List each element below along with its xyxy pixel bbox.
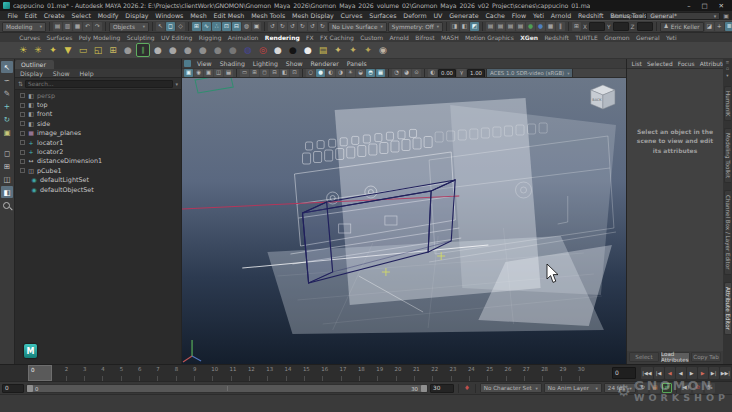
open-scene-icon[interactable]: ▥ ▾ xyxy=(63,22,72,31)
menu-item[interactable]: Mesh Display xyxy=(289,12,338,19)
attribute-editor-menu-item[interactable]: Focus xyxy=(675,61,697,67)
close-button[interactable]: ✕ xyxy=(719,2,724,10)
timeline-frame-tick[interactable]: 13 xyxy=(266,365,284,381)
shelf-tab[interactable]: Surfaces xyxy=(43,34,75,41)
wireframe-on-shaded-icon[interactable]: ◑ ▾ xyxy=(336,69,345,77)
shelf-tab[interactable]: MASH xyxy=(438,34,462,41)
snapshot-icon[interactable]: ◪ ▾ xyxy=(705,22,714,31)
textured-icon[interactable]: ◐ ▾ xyxy=(326,69,335,77)
two-pane-layout-button[interactable]: ◫ xyxy=(1,173,13,185)
surface-shader-icon[interactable]: ● xyxy=(226,43,240,57)
paint-select-tool[interactable]: ✎ xyxy=(1,87,13,99)
spot-light-icon[interactable]: ▼ xyxy=(61,43,75,57)
menu-item[interactable]: Mesh xyxy=(187,12,210,19)
timeline-frame-tick[interactable]: 26 xyxy=(505,365,523,381)
timeline-frame-tick[interactable]: 6 xyxy=(138,365,156,381)
snap-to-grid-icon[interactable]: ⊞ ▾ xyxy=(192,22,201,31)
evaluation-mode-icon[interactable]: ↻ ▾ xyxy=(318,22,327,31)
timeline-frame-tick[interactable]: 27 xyxy=(523,365,541,381)
attribute-editor-button[interactable]: Select xyxy=(629,352,659,362)
attribute-editor-button[interactable]: Copy Tab xyxy=(691,352,721,362)
timeline-frame-tick[interactable]: 19 xyxy=(376,365,394,381)
outliner-item[interactable]: ◧ persp xyxy=(15,91,181,100)
x-coordinate-field[interactable]: ▾ xyxy=(589,22,605,31)
no-keys-icon[interactable]: ⊘ xyxy=(693,383,703,393)
attribute-editor-button[interactable]: Load Attributes xyxy=(660,352,690,362)
outliner-menu-item[interactable]: Display xyxy=(15,70,48,77)
gate-mask-icon[interactable]: ◧ ▾ xyxy=(280,69,289,77)
outliner-menu-item[interactable]: Show xyxy=(48,70,75,77)
playblast-icon[interactable]: ▤ xyxy=(650,383,660,393)
select-tool[interactable]: ↖ xyxy=(1,61,13,73)
step-forward-frame-button[interactable]: ▶| xyxy=(709,367,719,379)
viewport-menu-item[interactable]: Show xyxy=(282,60,307,67)
sidebar-tab[interactable]: HumanIK xyxy=(724,86,731,122)
timeline-frame-tick[interactable]: 5 xyxy=(120,365,138,381)
step-back-frame-button[interactable]: |◀ xyxy=(654,367,664,379)
menu-item[interactable]: Modify xyxy=(94,12,122,19)
character-set-dropdown[interactable]: No Character Set▾ xyxy=(480,383,542,393)
anim-layer-dropdown[interactable]: No Anim Layer▾ xyxy=(544,383,602,393)
menu-item[interactable]: Flow xyxy=(508,12,529,19)
ai-standard-surface-icon[interactable]: ● xyxy=(271,43,285,57)
lambert-shader-icon[interactable]: ● xyxy=(166,43,180,57)
undo-icon[interactable]: ↶ ▾ xyxy=(83,22,92,31)
use-all-lights-icon[interactable]: ☀ ▾ xyxy=(346,69,355,77)
menu-item[interactable]: File xyxy=(4,12,21,19)
timeline-frame-tick[interactable]: 24 xyxy=(468,365,486,381)
shadows-icon[interactable]: ◒ ▾ xyxy=(356,69,365,77)
attribute-editor-menu-item[interactable]: List xyxy=(629,61,645,67)
menu-item[interactable]: Deform xyxy=(400,12,430,19)
sculpt-brush-icon[interactable]: ◉ xyxy=(376,43,390,57)
menu-item[interactable]: Create xyxy=(40,12,68,19)
z-coordinate-field[interactable]: ▾ xyxy=(637,22,653,31)
go-to-end-button[interactable]: ▶▶| xyxy=(720,367,731,379)
render-settings-icon[interactable]: ▤ ▾ xyxy=(506,22,515,31)
timeline-frame-tick[interactable]: 20 xyxy=(395,365,413,381)
shading-group-icon[interactable]: ● xyxy=(121,43,135,57)
view-cube[interactable]: BACK xyxy=(591,85,615,109)
wireframe-icon[interactable]: ○ ▾ xyxy=(306,69,315,77)
play-forward-button[interactable]: ▶ xyxy=(687,367,697,379)
search-options-icon[interactable]: ▾ xyxy=(175,81,178,87)
timeline-frame-tick[interactable]: 11 xyxy=(230,365,248,381)
symmetry-dropdown[interactable]: Symmetry: Off ▾ xyxy=(388,22,443,32)
exposure-icon[interactable]: ◐ ▾ xyxy=(428,69,437,77)
constraints-icon[interactable]: ↻ ▾ xyxy=(298,22,307,31)
shelf-tab[interactable]: Rigging xyxy=(196,34,225,41)
lock-camera-icon[interactable]: ▣ ▾ xyxy=(204,69,213,77)
scale-tool[interactable]: ▣ xyxy=(1,126,13,138)
move-tool[interactable]: + xyxy=(1,100,13,112)
timeline-playhead[interactable]: 0 xyxy=(28,365,52,381)
shelf-tab[interactable]: Animation xyxy=(225,34,262,41)
step-back-key-button[interactable]: ◀ xyxy=(665,367,675,379)
expand-box[interactable] xyxy=(20,93,25,98)
maximize-button[interactable]: □ xyxy=(701,2,707,10)
gamma-icon[interactable]: γ ▾ xyxy=(457,69,466,77)
snap-to-curve-icon[interactable]: ∿ ▾ xyxy=(202,22,211,31)
viewport-scene[interactable]: BACK xyxy=(182,78,626,364)
outliner-item[interactable]: + locator1 xyxy=(15,138,181,147)
timeline-frame-tick[interactable]: 14 xyxy=(285,365,303,381)
directional-light-icon[interactable]: ✳ xyxy=(31,43,45,57)
shelf-tab[interactable]: UV Editing xyxy=(158,34,196,41)
paint-attributes-icon[interactable]: ✦ xyxy=(361,43,375,57)
shelf-tab[interactable]: Yeti xyxy=(663,34,680,41)
select-component-mode-icon[interactable]: ◇ ▾ xyxy=(176,22,185,31)
timeline-frame-tick[interactable]: 21 xyxy=(413,365,431,381)
zoom-select-icon[interactable] xyxy=(2,201,12,211)
step-forward-key-button[interactable]: ▶ xyxy=(698,367,708,379)
make-live-icon[interactable]: ◍ ▾ xyxy=(242,22,251,31)
shelf-tab[interactable]: TURTLE xyxy=(572,34,601,41)
anti-aliasing-icon[interactable]: ▦ ▾ xyxy=(376,69,385,77)
set-key-icon[interactable]: ♦ xyxy=(463,384,471,392)
lock-icon[interactable]: ▣ ▾ xyxy=(252,22,261,31)
outliner-item[interactable]: ◧ front xyxy=(15,110,181,119)
batch-render-icon[interactable]: ▤ ▾ xyxy=(496,22,505,31)
snap-keys-icon[interactable]: % xyxy=(705,383,715,393)
snap-to-view-plane-icon[interactable]: ⊟ ▾ xyxy=(232,22,241,31)
sidebar-tab[interactable]: Attribute Editor xyxy=(724,282,731,335)
search-input[interactable] xyxy=(25,80,173,88)
look-dev-icon[interactable]: ▦ ▾ xyxy=(546,22,555,31)
select-camera-icon[interactable]: ◉ ▾ xyxy=(194,69,203,77)
